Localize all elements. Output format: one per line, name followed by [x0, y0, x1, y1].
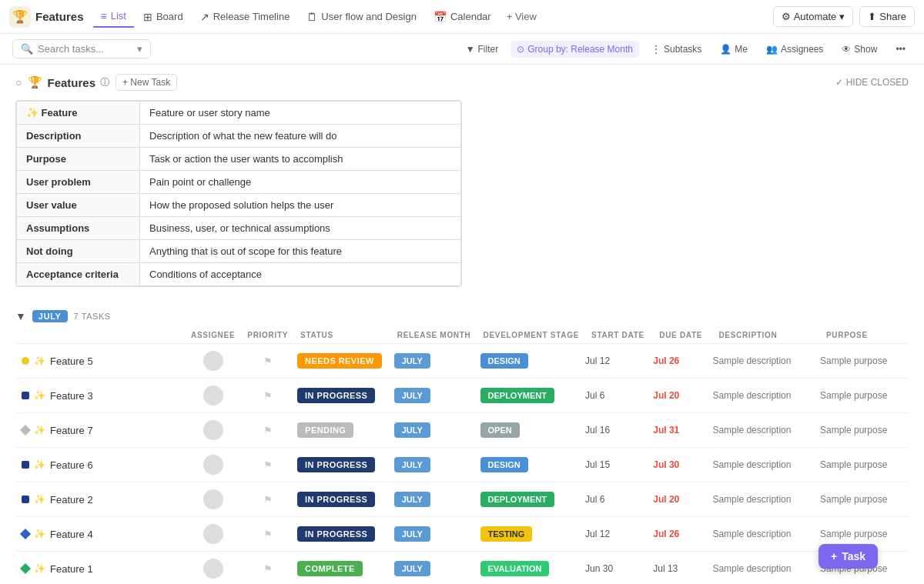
more-options-button[interactable]: •••: [889, 41, 912, 58]
trophy-icon: 🏆: [12, 9, 28, 24]
task-release-6: JULY: [391, 552, 477, 585]
me-button[interactable]: 👤 Me: [714, 41, 754, 58]
priority-flag-0: ⚑: [263, 355, 273, 367]
info-key-3: User problem: [17, 171, 140, 194]
section-july-label: JULY: [32, 310, 68, 322]
subtasks-button[interactable]: ⋮ Subtasks: [645, 41, 708, 58]
task-release-2: JULY: [391, 413, 477, 448]
tab-list[interactable]: ≡ List: [93, 6, 134, 28]
assignees-label: Assignees: [781, 44, 823, 55]
app-title: Features: [35, 10, 84, 23]
release-badge-3: JULY: [394, 457, 430, 472]
col-header-name: [15, 327, 185, 344]
task-desc-4: Sample description: [712, 482, 820, 517]
task-priority-5: ⚑: [241, 517, 294, 552]
task-status-4: IN PROGRESS: [294, 482, 391, 517]
info-key-0: ✨ Feature: [17, 102, 140, 125]
task-row-1[interactable]: ✨ Feature 3 ⚑ IN PROGRESS: [15, 379, 909, 413]
task-name-cell-0: ✨ Feature 5: [15, 344, 185, 379]
info-row-0: ✨ Feature Feature or user story name: [17, 102, 461, 125]
me-label: Me: [735, 44, 748, 55]
task-startdate-1: Jul 6: [585, 379, 653, 413]
info-row-4: User value How the proposed solution hel…: [17, 194, 461, 217]
task-row-5[interactable]: ✨ Feature 4 ⚑ IN PROGRESS: [15, 517, 909, 552]
search-box[interactable]: 🔍 Search tasks... ▾: [12, 39, 151, 58]
task-priority-2: ⚑: [241, 413, 294, 448]
task-status-6: COMPLETE: [294, 552, 391, 585]
task-desc-5: Sample description: [712, 517, 820, 552]
priority-flag-1: ⚑: [263, 390, 273, 402]
task-assignee-4: [185, 482, 241, 517]
task-star-4: ✨: [34, 494, 45, 505]
subtasks-icon: ⋮: [651, 44, 661, 55]
avatar-0: [203, 351, 223, 371]
new-task-button[interactable]: + New Task: [116, 74, 177, 91]
task-startdate-5: Jul 12: [585, 517, 653, 552]
tab-board[interactable]: ⊞ Board: [136, 7, 191, 27]
automate-label: Automate: [794, 11, 837, 22]
priority-flag-6: ⚑: [263, 563, 273, 575]
task-row-6[interactable]: ✨ Feature 1 ⚑ COMPLETE: [15, 552, 909, 585]
show-button[interactable]: 👁 Show: [835, 41, 883, 58]
tab-calendar[interactable]: 📅 Calendar: [426, 7, 499, 27]
assignees-button[interactable]: 👥 Assignees: [760, 41, 829, 58]
priority-flag-5: ⚑: [263, 529, 273, 540]
section-july-toggle[interactable]: ▼: [15, 310, 26, 322]
automate-icon: ⚙: [782, 11, 791, 22]
dev-badge-2: OPEN: [480, 422, 520, 438]
task-row-3[interactable]: ✨ Feature 6 ⚑ IN PROGRESS: [15, 448, 909, 482]
col-header-duedate: DUE DATE: [653, 327, 712, 344]
status-badge-1: IN PROGRESS: [297, 388, 375, 403]
task-desc-0: Sample description: [712, 344, 820, 379]
dev-badge-5: TESTING: [480, 526, 533, 542]
top-nav: 🏆 Features ≡ List ⊞ Board ↗ Release Time…: [0, 0, 924, 34]
status-badge-0: NEEDS REVIEW: [297, 353, 382, 369]
info-key-7: Acceptance criteria: [17, 263, 140, 286]
hide-closed-button[interactable]: ✓ HIDE CLOSED: [835, 77, 909, 88]
add-view-button[interactable]: + View: [500, 7, 543, 26]
task-release-3: JULY: [391, 448, 477, 482]
task-dot: [22, 357, 29, 365]
avatar-1: [203, 385, 223, 405]
tab-user-flow[interactable]: 🗒 User flow and Design: [299, 7, 424, 27]
task-purpose-2: Sample purpose: [820, 413, 909, 448]
task-star-0: ✨: [34, 355, 45, 366]
task-devstage-5: TESTING: [477, 517, 586, 552]
avatar-6: [203, 559, 223, 579]
task-name-6: Feature 1: [50, 563, 93, 575]
task-startdate-6: Jun 30: [585, 552, 653, 585]
dev-badge-0: DESIGN: [480, 353, 528, 369]
more-icon: •••: [896, 44, 906, 55]
share-button[interactable]: ⬆ Share: [859, 6, 915, 27]
filter-button[interactable]: ▼ Filter: [460, 41, 505, 58]
userflow-icon: 🗒: [306, 11, 317, 23]
task-row-0[interactable]: ✨ Feature 5 ⚑ NEEDS REVIEW: [15, 344, 909, 379]
task-duedate-1: Jul 20: [653, 379, 712, 413]
avatar-3: [203, 455, 223, 475]
task-devstage-0: DESIGN: [477, 344, 586, 379]
task-duedate-0: Jul 26: [653, 344, 712, 379]
task-assignee-0: [185, 344, 241, 379]
info-key-2: Purpose: [17, 148, 140, 171]
automate-button[interactable]: ⚙ Automate ▾: [773, 6, 854, 27]
task-fab[interactable]: + Task: [819, 544, 878, 569]
task-name-cell-6: ✨ Feature 1: [15, 552, 185, 585]
section-july-count: 7 TASKS: [74, 312, 111, 321]
task-row-2[interactable]: ✨ Feature 7 ⚑ PENDING: [15, 413, 909, 448]
content-area: ○ 🏆 Features ⓘ + New Task ✓ HIDE CLOSED …: [0, 65, 924, 584]
task-assignee-6: [185, 552, 241, 585]
task-dot: [20, 529, 31, 539]
section-july-header[interactable]: ▼ JULY 7 TASKS: [15, 305, 909, 327]
search-icon: 🔍: [21, 43, 33, 55]
task-row-4[interactable]: ✨ Feature 2 ⚑ IN PROGRESS: [15, 482, 909, 517]
dev-badge-6: EVALUATION: [480, 561, 550, 576]
info-row-2: Purpose Task or action the user wants to…: [17, 148, 461, 171]
release-badge-2: JULY: [394, 422, 430, 438]
nav-right: ⚙ Automate ▾ ⬆ Share: [773, 6, 915, 27]
task-startdate-3: Jul 15: [585, 448, 653, 482]
tab-calendar-label: Calendar: [450, 11, 491, 22]
search-chevron: ▾: [137, 43, 142, 55]
task-duedate-3: Jul 30: [653, 448, 712, 482]
tab-release-timeline[interactable]: ↗ Release Timeline: [192, 7, 298, 27]
group-by-button[interactable]: ⊙ Group by: Release Month: [511, 41, 639, 58]
